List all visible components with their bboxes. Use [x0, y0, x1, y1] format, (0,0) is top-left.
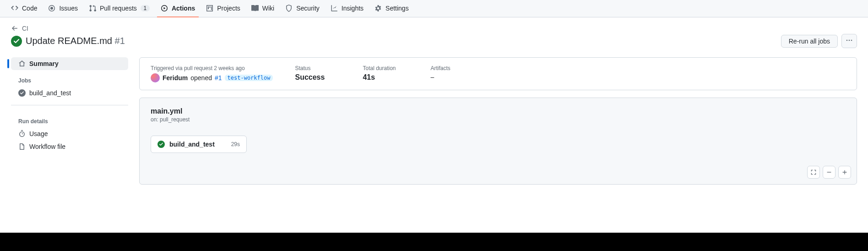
triggered-label: Triggered via pull request 2 weeks ago: [151, 65, 273, 71]
main-content: Triggered via pull request 2 weeks ago F…: [139, 57, 857, 185]
sidebar-summary[interactable]: Summary: [11, 57, 128, 70]
run-title-text: Update README.md: [26, 36, 112, 46]
sidebar-run-details-title: Run details: [11, 111, 128, 127]
artifacts-value: –: [430, 73, 476, 81]
check-circle-icon: [11, 36, 22, 47]
run-sidebar: Summary Jobs build_and_test Run details …: [11, 57, 128, 185]
check-circle-icon: [18, 89, 26, 97]
shield-icon: [285, 5, 293, 12]
breadcrumb-label: CI: [22, 25, 28, 32]
workflow-trigger: on: pull_request: [151, 116, 846, 123]
arrow-left-icon: [11, 25, 18, 32]
pull-requests-count: 1: [141, 5, 150, 11]
tab-issues-label: Issues: [59, 5, 77, 12]
avatar[interactable]: [151, 73, 160, 82]
tab-settings-label: Settings: [385, 5, 409, 12]
issue-icon: [48, 5, 55, 12]
sidebar-workflow-file[interactable]: Workflow file: [11, 140, 128, 153]
zoom-out-button[interactable]: [823, 166, 835, 179]
workflow-file-name: main.yml: [151, 107, 846, 115]
pr-link[interactable]: #1: [215, 74, 222, 82]
more-actions-button[interactable]: [841, 34, 857, 48]
tab-actions[interactable]: Actions: [157, 0, 199, 17]
tab-security-label: Security: [296, 5, 320, 12]
repo-nav: Code Issues Pull requests 1 Actions Proj…: [0, 0, 868, 17]
run-title: Update README.md #1: [26, 36, 125, 46]
duration-value[interactable]: 41s: [363, 73, 408, 82]
tab-settings[interactable]: Settings: [371, 0, 412, 17]
job-duration: 29s: [231, 141, 240, 147]
sidebar-job-build-and-test[interactable]: build_and_test: [11, 87, 128, 99]
tab-projects[interactable]: Projects: [202, 0, 244, 17]
tab-projects-label: Projects: [217, 5, 240, 12]
tab-pull-requests-label: Pull requests: [100, 5, 137, 12]
branch-tag[interactable]: test-workflow: [225, 75, 273, 81]
actor-name[interactable]: Feridum: [163, 74, 188, 82]
svg-point-0: [846, 40, 848, 41]
project-icon: [206, 5, 213, 12]
fullscreen-button[interactable]: [807, 166, 820, 179]
opened-text: opened: [190, 74, 212, 82]
tab-insights-label: Insights: [342, 5, 363, 12]
home-icon: [18, 60, 26, 67]
stopwatch-icon: [18, 130, 26, 137]
graph-icon: [331, 5, 338, 12]
run-number: #1: [115, 36, 125, 46]
tab-security[interactable]: Security: [282, 0, 323, 17]
sidebar-usage[interactable]: Usage: [11, 127, 128, 140]
duration-label: Total duration: [363, 65, 408, 71]
code-icon: [11, 5, 18, 12]
sidebar-divider: [11, 105, 128, 105]
kebab-icon: [846, 37, 853, 44]
fullscreen-icon: [810, 169, 817, 175]
pull-request-icon: [89, 5, 96, 12]
tab-insights[interactable]: Insights: [327, 0, 367, 17]
tab-actions-label: Actions: [172, 5, 195, 12]
tab-pull-requests[interactable]: Pull requests 1: [85, 0, 153, 17]
status-value: Success: [295, 73, 341, 82]
breadcrumb[interactable]: CI: [11, 25, 857, 32]
tab-wiki[interactable]: Wiki: [248, 0, 278, 17]
sidebar-usage-label: Usage: [29, 130, 48, 137]
gear-icon: [374, 5, 382, 12]
plus-icon: [841, 169, 848, 175]
minus-icon: [826, 169, 832, 175]
workflow-graph: main.yml on: pull_request build_and_test…: [139, 98, 857, 185]
book-icon: [251, 5, 259, 12]
tab-issues[interactable]: Issues: [44, 0, 81, 17]
run-summary-box: Triggered via pull request 2 weeks ago F…: [139, 57, 857, 90]
job-card-build-and-test[interactable]: build_and_test 29s: [151, 136, 247, 153]
sidebar-summary-label: Summary: [29, 60, 59, 67]
tab-code-label: Code: [22, 5, 37, 12]
tab-code[interactable]: Code: [7, 0, 41, 17]
graph-controls: [807, 166, 851, 179]
zoom-in-button[interactable]: [838, 166, 851, 179]
tab-wiki-label: Wiki: [262, 5, 274, 12]
artifacts-label: Artifacts: [430, 65, 476, 71]
job-name: build_and_test: [169, 141, 227, 148]
sidebar-job-label: build_and_test: [29, 89, 71, 97]
svg-point-2: [851, 40, 852, 41]
sidebar-jobs-title: Jobs: [11, 70, 128, 87]
rerun-all-jobs-button[interactable]: Re-run all jobs: [781, 35, 838, 48]
file-icon: [18, 143, 26, 150]
check-circle-icon: [157, 141, 165, 148]
sidebar-workflow-file-label: Workflow file: [29, 143, 65, 150]
svg-point-1: [849, 40, 850, 41]
play-icon: [161, 5, 168, 12]
title-row: Update README.md #1 Re-run all jobs: [11, 34, 857, 48]
status-label: Status: [295, 65, 341, 71]
